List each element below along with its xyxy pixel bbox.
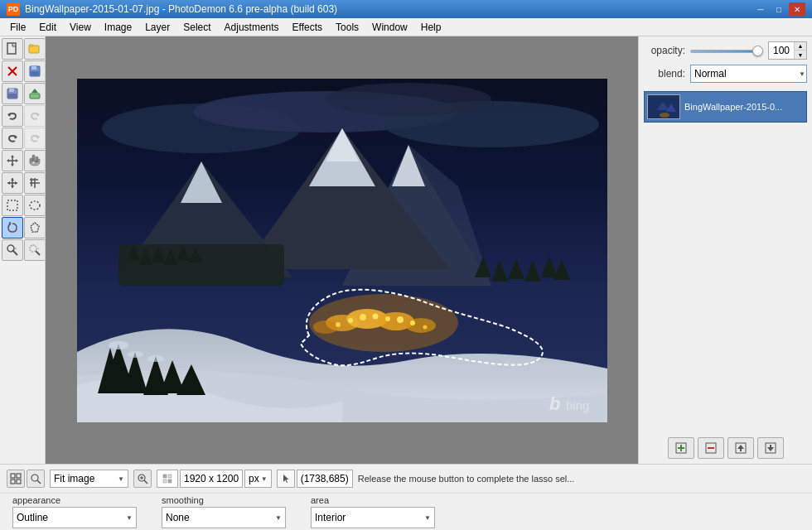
svg-point-80 xyxy=(360,314,366,320)
menu-edit[interactable]: Edit xyxy=(32,18,63,36)
image-dimensions: 1920 x 1200 xyxy=(180,470,243,488)
layer-add-button[interactable] xyxy=(668,437,694,459)
svg-marker-27 xyxy=(7,181,10,185)
tool-undo2[interactable] xyxy=(24,105,46,127)
zoom-magnify-button[interactable] xyxy=(133,470,152,488)
tool-ellipse-select[interactable] xyxy=(24,195,46,216)
layer-controls xyxy=(644,432,807,459)
area-select[interactable]: Interior ▼ xyxy=(311,507,435,528)
menu-bar: File Edit View Image Layer Select Adjust… xyxy=(0,18,812,36)
svg-rect-125 xyxy=(163,479,167,483)
tool-stretch[interactable] xyxy=(2,172,23,194)
opacity-value: 100 xyxy=(769,44,794,57)
svg-point-101 xyxy=(660,113,669,118)
tool-save-copy[interactable] xyxy=(24,60,46,82)
tool-wand2[interactable] xyxy=(24,239,46,261)
zoom-label: Fit image xyxy=(54,473,94,484)
window-controls: ─ □ ✕ xyxy=(752,2,805,16)
blend-select-wrapper: Normal ▼ xyxy=(690,65,807,83)
svg-rect-116 xyxy=(17,479,21,484)
svg-point-85 xyxy=(336,322,341,327)
area-value: Interior xyxy=(315,512,346,523)
toolbar xyxy=(0,36,46,464)
svg-text:b: b xyxy=(549,393,560,414)
svg-marker-13 xyxy=(7,113,11,117)
tool-pan[interactable] xyxy=(24,150,46,171)
svg-rect-126 xyxy=(168,479,172,483)
svg-marker-14 xyxy=(36,113,40,117)
tool-save[interactable] xyxy=(2,83,23,104)
tool-croplines[interactable] xyxy=(24,172,46,194)
svg-marker-12 xyxy=(31,89,38,93)
svg-rect-36 xyxy=(7,200,17,210)
right-panel: opacity: 100 ▲ ▼ blend: Normal xyxy=(638,36,812,464)
layer-down-button[interactable] xyxy=(757,437,784,459)
menu-adjustments[interactable]: Adjustments xyxy=(218,18,286,36)
unit-select[interactable]: px ▼ xyxy=(244,470,272,488)
coordinates-display: (1738,685) xyxy=(297,470,353,488)
svg-point-82 xyxy=(385,316,390,321)
tool-undo[interactable] xyxy=(2,105,23,127)
menu-help[interactable]: Help xyxy=(414,18,448,36)
menu-tools[interactable]: Tools xyxy=(329,18,365,36)
tool-redo[interactable] xyxy=(2,128,23,149)
svg-rect-10 xyxy=(8,94,17,98)
svg-line-42 xyxy=(8,246,9,247)
opacity-up[interactable]: ▲ xyxy=(795,42,806,51)
menu-window[interactable]: Window xyxy=(365,18,414,36)
opacity-row: opacity: 100 ▲ ▼ xyxy=(644,41,807,60)
menu-layer[interactable]: Layer xyxy=(138,18,176,36)
menu-file[interactable]: File xyxy=(3,18,32,36)
appearance-label: appearance xyxy=(12,495,137,505)
opacity-label: opacity: xyxy=(644,45,685,56)
svg-marker-30 xyxy=(11,178,14,181)
layer-item[interactable]: BingWallpaper-2015-0... xyxy=(644,91,807,123)
smoothing-select[interactable]: None ▼ xyxy=(162,507,286,528)
blend-label: blend: xyxy=(644,68,685,80)
tool-close[interactable] xyxy=(2,60,23,82)
svg-point-79 xyxy=(348,318,353,323)
tool-export[interactable] xyxy=(24,83,46,104)
window-title: BingWallpaper-2015-01-07.jpg - PhotoDemo… xyxy=(25,3,337,15)
close-button[interactable]: ✕ xyxy=(789,2,805,16)
tool-open[interactable] xyxy=(24,38,46,60)
svg-point-93 xyxy=(109,341,128,349)
menu-select[interactable]: Select xyxy=(176,18,217,36)
blend-select[interactable]: Normal ▼ xyxy=(690,65,807,83)
layer-name: BingWallpaper-2015-0... xyxy=(684,102,782,112)
tool-redo2[interactable] xyxy=(24,128,46,149)
layer-thumbnail xyxy=(647,94,680,119)
canvas-area[interactable]: b bing xyxy=(46,36,638,464)
tool-magic-wand[interactable] xyxy=(2,239,23,261)
layer-delete-button[interactable] xyxy=(698,437,724,459)
appearance-select[interactable]: Outline ▼ xyxy=(12,507,137,528)
blend-arrow-icon: ▼ xyxy=(799,70,805,78)
menu-effects[interactable]: Effects xyxy=(286,18,329,36)
tool-poly-lasso[interactable] xyxy=(24,217,46,238)
opacity-down[interactable]: ▼ xyxy=(795,51,806,59)
tool-new[interactable] xyxy=(2,38,23,60)
scene-svg: b bing xyxy=(77,79,607,422)
appearance-arrow-icon: ▼ xyxy=(126,514,133,522)
svg-rect-11 xyxy=(30,94,40,99)
menu-image[interactable]: Image xyxy=(98,18,138,36)
tool-lasso-freehand[interactable] xyxy=(2,217,23,238)
menu-view[interactable]: View xyxy=(63,18,98,36)
appearance-value: Outline xyxy=(17,512,48,523)
tool-move[interactable] xyxy=(2,150,23,171)
area-arrow-icon: ▼ xyxy=(424,514,431,522)
svg-marker-15 xyxy=(14,135,17,139)
blend-value: Normal xyxy=(694,68,727,80)
svg-line-120 xyxy=(144,480,147,484)
zoom-fit-button[interactable] xyxy=(7,470,25,488)
tool-rect-select[interactable] xyxy=(2,195,23,216)
maximize-button[interactable]: □ xyxy=(771,2,787,16)
svg-point-77 xyxy=(406,318,436,333)
status-message: Release the mouse button to complete the… xyxy=(358,474,805,484)
minimize-button[interactable]: ─ xyxy=(752,2,769,16)
zoom-100-button[interactable] xyxy=(27,470,45,488)
svg-point-83 xyxy=(397,316,404,323)
zoom-dropdown[interactable]: Fit image ▼ xyxy=(50,470,128,488)
layer-up-button[interactable] xyxy=(727,437,754,459)
svg-rect-6 xyxy=(31,66,36,70)
